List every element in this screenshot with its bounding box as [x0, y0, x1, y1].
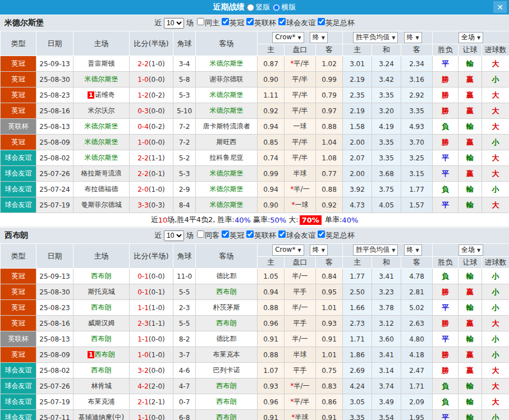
home-team-cell[interactable]: 米尔沃尔 [74, 103, 130, 119]
team2-league-checkbox-3[interactable] [318, 230, 325, 238]
home-team-name: 布拉德福德 [85, 185, 118, 193]
away-team-cell[interactable]: 拉科鲁尼亚 [196, 150, 258, 166]
away-team-cell[interactable]: 米德尔斯堡 [196, 166, 258, 182]
away-team-cell[interactable]: 谢菲尔德联 [196, 72, 258, 87]
handicap-result: 輸 [458, 379, 482, 394]
home-team-cell[interactable]: 林肯城 [74, 379, 130, 394]
home-team-cell[interactable]: 1诺维奇 [74, 87, 130, 103]
home-team-cell[interactable]: 曼斯菲尔德城 [74, 197, 130, 213]
home-team-cell[interactable]: 西布朗 [74, 269, 130, 284]
away-team-cell[interactable]: 德比郡 [196, 331, 258, 347]
team2-same-venue-checkbox[interactable] [197, 230, 204, 238]
home-team-cell[interactable]: 西布朗 [74, 363, 130, 379]
team2-league-filter-1[interactable]: 英联杯 [244, 230, 276, 241]
team1-same-venue-checkbox[interactable] [197, 18, 204, 25]
final-mean-dropdown[interactable]: 终▼ [404, 32, 422, 43]
vertical-layout-radio[interactable] [247, 4, 254, 11]
final-mean-dropdown[interactable]: 终▼ [404, 244, 422, 256]
home-team-cell[interactable]: 米德尔斯堡 [74, 135, 130, 150]
home-team-name: 普雷斯顿 [88, 59, 115, 67]
away-team-cell[interactable]: 米德尔斯堡 [196, 182, 258, 197]
home-team-cell[interactable]: 1西布朗 [74, 347, 130, 363]
home-team-cell[interactable]: 斯托克城 [74, 284, 130, 300]
away-team-cell[interactable]: 西布朗 [196, 379, 258, 394]
full-match-dropdown[interactable]: 全场▼ [458, 244, 483, 256]
home-team-cell[interactable]: 布莱克浦 [74, 394, 130, 410]
team2-match-count-select[interactable]: 10 [164, 230, 184, 241]
away-team-cell[interactable]: 布莱克本 [196, 347, 258, 363]
horizontal-layout-option[interactable]: 横版 [273, 2, 296, 12]
away-team-cell[interactable]: 西布朗 [196, 410, 258, 420]
odds-source-dropdown[interactable]: Crow*▼ [272, 244, 304, 256]
home-team-cell[interactable]: 布拉德福德 [74, 182, 130, 197]
away-team-cell[interactable]: 西布朗 [196, 284, 258, 300]
home-team-cell[interactable]: 基辅迪纳摩(中) [74, 410, 130, 420]
home-odds: 0.94 [258, 119, 285, 135]
home-team-cell[interactable]: 普雷斯顿 [74, 56, 130, 72]
away-team-cell[interactable]: 米德尔斯堡 [196, 197, 258, 213]
home-team-cell[interactable]: 米德尔斯堡 [74, 72, 130, 87]
wdl-mean-dropdown[interactable]: 胜平负均值▼ [353, 32, 398, 43]
away-team-cell[interactable]: 西布朗 [196, 394, 258, 410]
col-type: 类型 [1, 244, 36, 269]
away-team-cell[interactable]: 斯旺西 [196, 135, 258, 150]
home-team-cell[interactable]: 格拉斯哥流浪 [74, 166, 130, 182]
score-cell: 1-2(0-2) [130, 87, 173, 103]
handicap-result: 輸 [458, 150, 482, 166]
team1-league-checkbox-1[interactable] [246, 18, 254, 25]
team1-league-checkbox-3[interactable] [318, 18, 325, 25]
team1-league-filter-3[interactable]: 英足总杯 [315, 18, 355, 28]
vertical-layout-option[interactable]: 竖版 [247, 2, 270, 12]
score-cell: 1-1(0-0) [130, 410, 173, 420]
away-odds: 0.92 [316, 197, 343, 213]
away-team-cell[interactable]: 朴茨茅斯 [196, 300, 258, 316]
away-team-cell[interactable]: 米德尔斯堡 [196, 103, 258, 119]
horizontal-layout-radio[interactable] [273, 4, 280, 11]
away-team-cell[interactable]: 西布朗 [196, 316, 258, 331]
team2-league-checkbox-1[interactable] [246, 230, 254, 238]
home-team-cell[interactable]: 米德尔斯堡 [74, 150, 130, 166]
mean-away: 1.71 [401, 379, 433, 394]
away-team-cell[interactable]: 米德尔斯堡 [196, 87, 258, 103]
team2-league-checkbox-2[interactable] [278, 230, 286, 238]
corner-count: 6-8 [173, 410, 196, 420]
team2-league-filter-3[interactable]: 英足总杯 [315, 230, 355, 241]
team1-match-count-select[interactable]: 10 [164, 18, 184, 29]
home-odds: 0.90 [258, 197, 285, 213]
team1-league-filter-0[interactable]: 英冠 [219, 18, 244, 28]
halftime-score: (1-0) [149, 60, 165, 68]
match-type-badge: 英冠 [1, 103, 36, 119]
away-team-cell[interactable]: 米德尔斯堡 [196, 56, 258, 72]
team1-league-filter-2[interactable]: 球会友谊 [276, 18, 315, 28]
team2-league-checkbox-0[interactable] [222, 230, 229, 238]
away-team-cell[interactable]: 德比郡 [196, 269, 258, 284]
near-label: 近 [154, 230, 162, 241]
close-button[interactable]: ✕ [493, 1, 507, 13]
away-team-name: 西布朗 [217, 413, 237, 420]
final-odds-dropdown[interactable]: 终▼ [310, 32, 328, 43]
corner-count: 8-4 [173, 197, 196, 213]
team2-same-venue-filter[interactable]: 同客 [194, 230, 219, 241]
away-team-cell[interactable]: 巴列卡诺 [196, 363, 258, 379]
home-team-cell[interactable]: 西布朗 [74, 300, 130, 316]
halftime-score: (0-0) [149, 273, 165, 280]
away-odds: 1.08 [316, 150, 343, 166]
team2-league-filter-0[interactable]: 英冠 [219, 230, 244, 241]
team1-league-checkbox-0[interactable] [222, 18, 229, 25]
home-team-cell[interactable]: 威斯汉姆 [74, 316, 130, 331]
team1-league-checkbox-2[interactable] [278, 18, 286, 25]
handicap-result: 贏 [458, 316, 482, 331]
full-match-dropdown[interactable]: 全场▼ [458, 32, 483, 43]
home-odds: 0.94 [258, 182, 285, 197]
home-team-name: 西布朗 [91, 272, 112, 280]
home-team-cell[interactable]: 西布朗 [74, 331, 130, 347]
team1-same-venue-filter[interactable]: 同主 [194, 18, 219, 28]
wdl-mean-dropdown[interactable]: 胜平负均值▼ [353, 244, 398, 256]
away-team-cell[interactable]: 唐卡斯特流浪者 [196, 119, 258, 135]
final-odds-dropdown[interactable]: 终▼ [310, 244, 328, 256]
team2-league-filter-2[interactable]: 球会友谊 [276, 230, 315, 241]
halftime-score: (0-2) [149, 91, 165, 99]
home-team-cell[interactable]: 米德尔斯堡 [74, 119, 130, 135]
team1-league-filter-1[interactable]: 英联杯 [244, 18, 276, 28]
odds-source-dropdown[interactable]: Crow*▼ [272, 32, 304, 43]
